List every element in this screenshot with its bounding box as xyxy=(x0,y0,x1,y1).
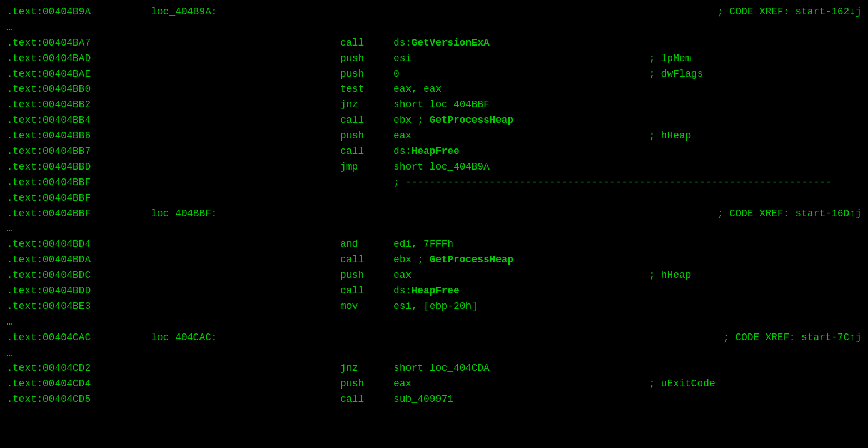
code-label: loc_404B9A: xyxy=(151,4,262,20)
code-line: .text:00404BB2jnzshort loc_404BBF xyxy=(7,97,861,113)
code-line: .text:00404BDAcallebx ; GetProcessHeap xyxy=(7,252,861,268)
code-address: .text:00404BD4 xyxy=(7,237,151,252)
code-operand: eax xyxy=(393,268,616,283)
code-operand: ds:GetVersionExA xyxy=(393,36,616,51)
code-address: .text:00404BB0 xyxy=(7,82,151,97)
code-operand: sub_409971 xyxy=(393,392,616,407)
code-line: … xyxy=(7,20,861,36)
code-line: .text:00404CD2jnzshort loc_404CDA xyxy=(7,361,861,376)
separator-line: ; --------------------------------------… xyxy=(393,175,832,191)
code-mnemonic: and xyxy=(340,237,385,252)
code-address: .text:00404B9A xyxy=(7,4,151,20)
code-mnemonic: call xyxy=(340,144,385,160)
code-address: .text:00404BBF xyxy=(7,191,151,206)
code-operand: ebx ; GetProcessHeap xyxy=(393,252,616,268)
code-line: .text:00404BBDjmpshort loc_404B9A xyxy=(7,160,861,175)
code-address: .text:00404CD5 xyxy=(7,392,151,407)
code-line: .text:00404BB7callds:HeapFree xyxy=(7,144,861,160)
code-mnemonic: push xyxy=(340,376,385,392)
code-line: .text:00404BB6pusheax; hHeap xyxy=(7,128,861,144)
code-mnemonic: mov xyxy=(340,299,385,315)
code-address: .text:00404BAE xyxy=(7,67,151,82)
code-address: .text:00404BDC xyxy=(7,268,151,283)
code-address: .text:00404CD2 xyxy=(7,361,151,376)
code-operand: esi, [ebp-20h] xyxy=(393,299,616,315)
code-operand: short loc_404BBF xyxy=(393,97,616,113)
code-line: .text:00404B9Aloc_404B9A:; CODE XREF: st… xyxy=(7,4,861,20)
code-mnemonic: test xyxy=(340,82,385,97)
code-line: .text:00404BBF; ------------------------… xyxy=(7,175,861,191)
code-mnemonic: jmp xyxy=(340,160,385,175)
code-line: .text:00404BD4andedi, 7FFFh xyxy=(7,237,861,252)
code-line: .text:00404CACloc_404CAC:; CODE XREF: st… xyxy=(7,330,861,346)
code-address: .text:00404BBD xyxy=(7,160,151,175)
disassembly-view: .text:00404B9Aloc_404B9A:; CODE XREF: st… xyxy=(7,4,861,448)
code-comment: ; CODE XREF: start-162↓j xyxy=(717,4,861,20)
code-comment: ; CODE XREF: start-16D↑j xyxy=(717,206,861,222)
code-line: .text:00404CD5callsub_409971 xyxy=(7,392,861,407)
code-line: .text:00404BDDcallds:HeapFree xyxy=(7,283,861,299)
code-address: .text:00404BE3 xyxy=(7,299,151,315)
code-address: .text:00404BA7 xyxy=(7,36,151,51)
code-comment: ; dwFlags xyxy=(649,67,703,82)
code-line: .text:00404BDCpusheax; hHeap xyxy=(7,268,861,283)
code-address: .text:00404BAD xyxy=(7,51,151,67)
code-line: … xyxy=(7,315,861,330)
ellipsis: … xyxy=(7,315,13,330)
code-line: .text:00404BBF xyxy=(7,191,861,206)
code-line: .text:00404BB4callebx ; GetProcessHeap xyxy=(7,113,861,128)
code-address: .text:00404BB4 xyxy=(7,113,151,128)
code-comment: ; CODE XREF: start-7C↑j xyxy=(724,330,861,346)
code-label: loc_404BBF: xyxy=(151,206,262,222)
code-mnemonic: jnz xyxy=(340,97,385,113)
code-mnemonic: jnz xyxy=(340,361,385,376)
code-mnemonic: call xyxy=(340,113,385,128)
code-line: … xyxy=(7,346,861,361)
ellipsis: … xyxy=(7,346,13,361)
code-mnemonic: push xyxy=(340,67,385,82)
code-mnemonic: push xyxy=(340,268,385,283)
code-line: .text:00404BAEpush0; dwFlags xyxy=(7,67,861,82)
code-operand: eax, eax xyxy=(393,82,616,97)
code-comment: ; hHeap xyxy=(649,268,691,283)
code-operand: short loc_404B9A xyxy=(393,160,616,175)
code-operand: eax xyxy=(393,128,616,144)
code-operand: 0 xyxy=(393,67,616,82)
ellipsis: … xyxy=(7,221,13,237)
code-operand: short loc_404CDA xyxy=(393,361,616,376)
code-line: .text:00404BB0testeax, eax xyxy=(7,82,861,97)
code-line: .text:00404BE3movesi, [ebp-20h] xyxy=(7,299,861,315)
code-operand: ds:HeapFree xyxy=(393,283,616,299)
code-comment: ; uExitCode xyxy=(649,376,715,392)
code-operand: ebx ; GetProcessHeap xyxy=(393,113,616,128)
code-operand: esi xyxy=(393,51,616,67)
code-line: .text:00404BA7callds:GetVersionExA xyxy=(7,36,861,51)
ellipsis: … xyxy=(7,20,13,36)
code-comment: ; lpMem xyxy=(649,51,691,67)
code-line: .text:00404BBFloc_404BBF:; CODE XREF: st… xyxy=(7,206,861,222)
code-address: .text:00404CD4 xyxy=(7,376,151,392)
code-operand: eax xyxy=(393,376,616,392)
code-mnemonic: call xyxy=(340,392,385,407)
code-mnemonic: push xyxy=(340,51,385,67)
code-label: loc_404CAC: xyxy=(151,330,262,346)
code-line: .text:00404CD4pusheax; uExitCode xyxy=(7,376,861,392)
code-mnemonic: call xyxy=(340,252,385,268)
code-mnemonic: call xyxy=(340,283,385,299)
code-line: … xyxy=(7,221,861,237)
code-mnemonic: call xyxy=(340,36,385,51)
code-line: .text:00404BADpushesi; lpMem xyxy=(7,51,861,67)
code-address: .text:00404BDD xyxy=(7,283,151,299)
code-address: .text:00404BDA xyxy=(7,252,151,268)
code-address: .text:00404BB2 xyxy=(7,97,151,113)
code-comment: ; hHeap xyxy=(649,128,691,144)
code-address: .text:00404BB7 xyxy=(7,144,151,160)
code-operand: edi, 7FFFh xyxy=(393,237,616,252)
code-address: .text:00404BB6 xyxy=(7,128,151,144)
code-mnemonic: push xyxy=(340,128,385,144)
code-address: .text:00404BBF xyxy=(7,206,151,222)
code-address: .text:00404CAC xyxy=(7,330,151,346)
code-address: .text:00404BBF xyxy=(7,175,151,191)
code-operand: ds:HeapFree xyxy=(393,144,616,160)
